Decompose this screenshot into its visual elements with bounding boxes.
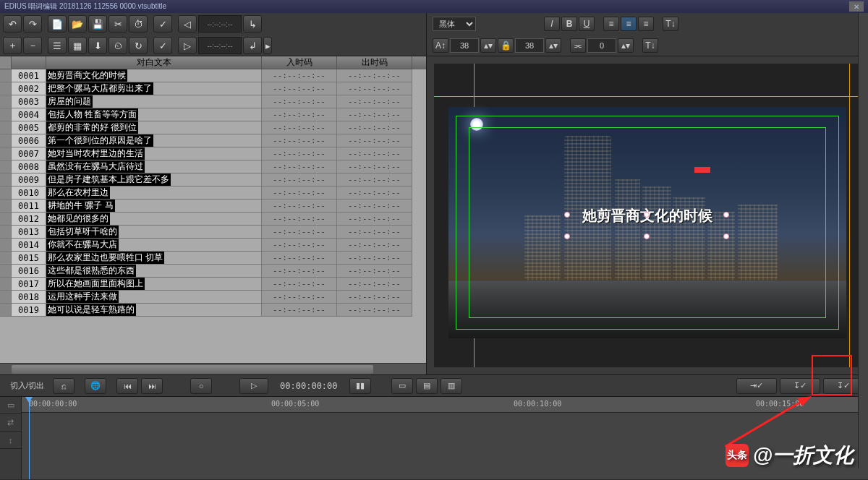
table-row[interactable]: 0019她可以说是轻车熟路的--:--:--:----:--:--:-- bbox=[0, 304, 426, 317]
guide-vertical-right bbox=[849, 64, 850, 367]
transport-toolbar: 切入/切出 ⎌ 🌐 ⏮ ⏭ ○ ▷ 00:00:00:00 ▮▮ ▭ ▤ ▥ ⇥… bbox=[0, 374, 868, 396]
italic-button[interactable]: I bbox=[544, 17, 560, 31]
mark-button[interactable]: ▮▮ bbox=[349, 378, 371, 394]
handle-n[interactable] bbox=[644, 212, 650, 218]
refresh-button[interactable]: ↻ bbox=[129, 37, 148, 54]
timer-button[interactable]: ⏲ bbox=[109, 37, 127, 54]
preview-canvas[interactable]: 她剪晋商文化的时候 bbox=[434, 64, 861, 367]
out-mark-button[interactable]: ↳ bbox=[243, 15, 262, 33]
check-button[interactable]: ✓ bbox=[153, 15, 172, 33]
add-button[interactable]: ＋ bbox=[3, 37, 22, 54]
expand-button[interactable]: ▸ bbox=[263, 37, 272, 54]
view-1-button[interactable]: ▭ bbox=[391, 378, 413, 394]
grid-button[interactable]: ▦ bbox=[68, 37, 87, 54]
table-row[interactable]: 0010那么在农村里边--:--:--:----:--:--:-- bbox=[0, 187, 426, 200]
spacing-input[interactable] bbox=[587, 38, 616, 53]
table-row[interactable]: 0009但是房子建筑基本上跟它差不多--:--:--:----:--:--:-- bbox=[0, 173, 426, 187]
link-button[interactable]: ⫘ bbox=[570, 38, 586, 53]
select-down-button[interactable]: ⬇ bbox=[88, 37, 107, 54]
prev-frame-button[interactable]: ◁ bbox=[178, 15, 197, 33]
horizontal-scrollbar[interactable] bbox=[0, 363, 426, 374]
table-row[interactable]: 0005都剪的非常的好 很到位--:--:--:----:--:--:-- bbox=[0, 121, 426, 134]
timecode-display-1: --:--:--:-- bbox=[198, 15, 242, 33]
watermark: 头条 @一折文化 bbox=[726, 442, 854, 469]
handle-se[interactable] bbox=[723, 233, 729, 239]
view-2-button[interactable]: ▤ bbox=[416, 378, 438, 394]
next-frame-button[interactable]: ▷ bbox=[178, 37, 197, 54]
table-row[interactable]: 0008虽然没有在骡马大店待过--:--:--:----:--:--:-- bbox=[0, 160, 426, 173]
handle-nw[interactable] bbox=[564, 212, 570, 218]
in-mark-button[interactable]: ↲ bbox=[243, 37, 262, 54]
handle-s[interactable] bbox=[644, 233, 650, 239]
handle-sw[interactable] bbox=[564, 233, 570, 239]
timecode-button[interactable]: ⏱ bbox=[129, 15, 148, 33]
watermark-text: @一折文化 bbox=[753, 442, 854, 469]
table-row[interactable]: 0006第一个很到位的原因是啥了--:--:--:----:--:--:-- bbox=[0, 134, 426, 147]
loop-button[interactable]: 🌐 bbox=[85, 378, 106, 394]
table-row[interactable]: 0018运用这种手法来做--:--:--:----:--:--:-- bbox=[0, 291, 426, 304]
table-row[interactable]: 0007她对当时农村里边的生活--:--:--:----:--:--:-- bbox=[0, 147, 426, 160]
record-button[interactable]: ○ bbox=[190, 378, 212, 394]
next-sub-button[interactable]: ⏭ bbox=[141, 378, 163, 394]
view-3-button[interactable]: ▥ bbox=[441, 378, 462, 394]
preview-panel: 她剪晋商文化的时候 bbox=[427, 56, 868, 374]
remove-button[interactable]: － bbox=[23, 37, 42, 54]
new-button[interactable]: 📄 bbox=[48, 15, 67, 33]
timeline-zoom-button[interactable]: ↕ bbox=[0, 432, 21, 449]
table-row[interactable]: 0014你就不在骡马大店--:--:--:----:--:--:-- bbox=[0, 239, 426, 252]
table-row[interactable]: 0015那么农家里边也要喂牲口 切草--:--:--:----:--:--:-- bbox=[0, 252, 426, 265]
table-row[interactable]: 0001她剪晋商文化的时候--:--:--:----:--:--:-- bbox=[0, 69, 426, 82]
table-row[interactable]: 0003房屋的问题--:--:--:----:--:--:-- bbox=[0, 95, 426, 108]
font-family-select[interactable]: 黑体 bbox=[433, 17, 476, 31]
align-right-button[interactable]: ≡ bbox=[638, 17, 654, 31]
lock-button[interactable]: 🔒 bbox=[498, 38, 514, 53]
table-row[interactable]: 0016这些都是很熟悉的东西--:--:--:----:--:--:-- bbox=[0, 265, 426, 278]
goto-start-button[interactable]: ⎌ bbox=[53, 378, 75, 394]
timeline-mark-0: 00:00:00:00 bbox=[29, 400, 77, 408]
bold-button[interactable]: B bbox=[561, 17, 577, 31]
style-button[interactable]: T↓ bbox=[663, 17, 678, 31]
timeline-mark-1: 00:00:05:00 bbox=[271, 400, 319, 408]
check2-button[interactable]: ✓ bbox=[153, 37, 172, 54]
stepper-3[interactable]: ▴▾ bbox=[618, 38, 634, 53]
table-row[interactable]: 0002把整个骡马大店都剪出来了--:--:--:----:--:--:-- bbox=[0, 82, 426, 95]
cut-tool-button[interactable]: ✂ bbox=[109, 15, 127, 33]
apply-sub-button[interactable]: ↧✓ bbox=[780, 378, 820, 394]
prev-sub-button[interactable]: ⏮ bbox=[116, 378, 138, 394]
save-button[interactable]: 💾 bbox=[88, 15, 107, 33]
align-left-button[interactable]: ≡ bbox=[603, 17, 619, 31]
align-center-button[interactable]: ≡ bbox=[621, 17, 637, 31]
apply-style-button[interactable]: T↓ bbox=[642, 38, 658, 53]
column-out-header: 出时码 bbox=[337, 56, 412, 69]
font-size-input-1[interactable] bbox=[450, 38, 479, 53]
timeline-mark-3: 00:00:15:00 bbox=[756, 400, 804, 408]
table-row[interactable]: 0012她都见的很多的--:--:--:----:--:--:-- bbox=[0, 213, 426, 226]
open-button[interactable]: 📂 bbox=[68, 15, 87, 33]
timeline-track-button[interactable]: ▭ bbox=[0, 397, 21, 414]
stepper-2[interactable]: ▴▾ bbox=[545, 38, 561, 53]
timeline-split-button[interactable]: ⇄ bbox=[0, 414, 21, 432]
guide-horizontal-top bbox=[434, 96, 861, 97]
playhead[interactable] bbox=[29, 397, 30, 479]
timecode-display-2: --:--:--:-- bbox=[198, 37, 242, 54]
title-bar: EDIUS 唱词编辑 20181126 112556 0000.vtsubtit… bbox=[0, 0, 868, 13]
table-row[interactable]: 0004包括人物 牲畜等等方面--:--:--:----:--:--:-- bbox=[0, 108, 426, 121]
table-row[interactable]: 0013包括切草呀干啥的--:--:--:----:--:--:-- bbox=[0, 226, 426, 239]
font-size-input-2[interactable] bbox=[515, 38, 544, 53]
watermark-icon: 头条 bbox=[726, 444, 749, 467]
subtitle-table[interactable]: 对白文本 入时码 出时码 0001她剪晋商文化的时候--:--:--:----:… bbox=[0, 56, 426, 363]
stepper-1[interactable]: ▴▾ bbox=[480, 38, 496, 53]
insert-sub-button[interactable]: ⇥✓ bbox=[736, 378, 777, 394]
undo-button[interactable]: ↶ bbox=[3, 15, 22, 33]
table-row[interactable]: 0011耕地的牛 骡子 马--:--:--:----:--:--:-- bbox=[0, 200, 426, 213]
close-button[interactable]: ✕ bbox=[849, 1, 864, 12]
underline-button[interactable]: U bbox=[579, 17, 595, 31]
column-in-header: 入时码 bbox=[262, 56, 337, 69]
font-size-label: A↕ bbox=[433, 38, 448, 53]
list-button[interactable]: ☰ bbox=[48, 37, 67, 54]
redo-button[interactable]: ↷ bbox=[23, 15, 42, 33]
cut-mode-label: 切入/切出 bbox=[4, 380, 50, 391]
play-button[interactable]: ▷ bbox=[239, 378, 268, 394]
handle-ne[interactable] bbox=[723, 212, 729, 218]
table-row[interactable]: 0017所以在她画面里面构图上--:--:--:----:--:--:-- bbox=[0, 278, 426, 291]
